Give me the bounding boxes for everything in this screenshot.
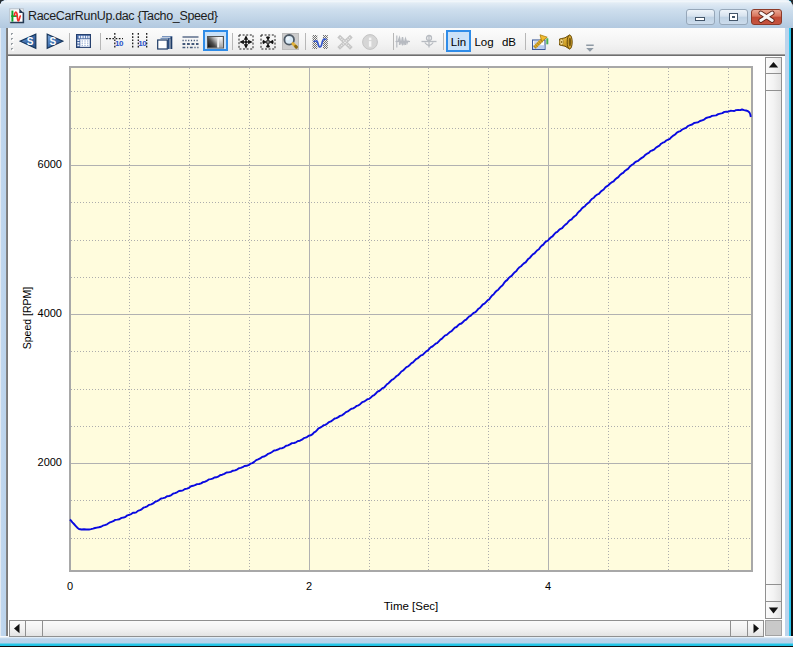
svg-text:S: S — [49, 36, 56, 47]
svg-text:10: 10 — [138, 39, 147, 48]
svg-text:10: 10 — [115, 39, 124, 48]
svg-text:S: S — [27, 36, 34, 47]
